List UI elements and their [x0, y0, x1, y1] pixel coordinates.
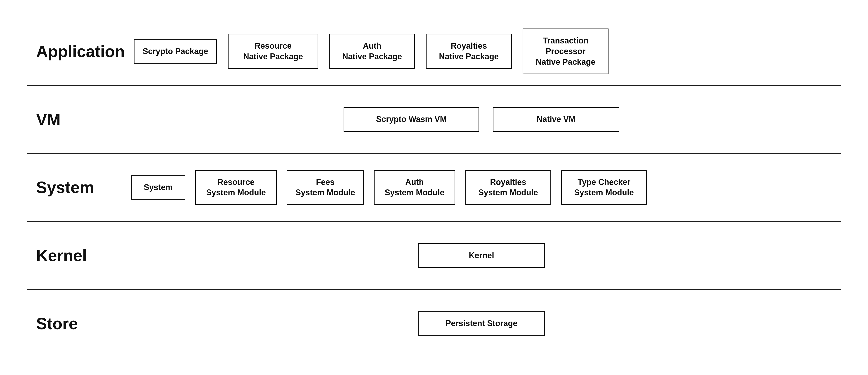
kernel-content: Kernel — [122, 243, 841, 268]
auth-native-box: Auth Native Package — [329, 34, 415, 69]
auth-system-box: Auth System Module — [374, 170, 455, 205]
royalties-system-box: Royalties System Module — [465, 170, 551, 205]
kernel-box: Kernel — [418, 243, 545, 268]
scrypto-wasm-box: Scrypto Wasm VM — [344, 107, 479, 132]
store-content: Persistent Storage — [122, 311, 841, 336]
store-layer: Store Persistent Storage — [27, 290, 841, 357]
scrypto-package-box: Scrypto Package — [134, 39, 217, 64]
type-checker-box: Type Checker System Module — [561, 170, 647, 205]
architecture-diagram: Application Scrypto Package Resource Nat… — [27, 18, 841, 357]
royalties-native-box: Royalties Native Package — [426, 34, 512, 69]
application-content: Scrypto Package Resource Native Package … — [125, 29, 841, 74]
kernel-label: Kernel — [27, 246, 122, 265]
native-vm-box: Native VM — [493, 107, 619, 132]
system-layer: System System Resource System Module Fee… — [27, 154, 841, 221]
vm-content: Scrypto Wasm VM Native VM — [122, 107, 841, 132]
application-label: Application — [27, 42, 125, 61]
system-box: System — [131, 175, 185, 200]
system-label: System — [27, 178, 122, 197]
transaction-processor-box: Transaction Processor Native Package — [523, 29, 609, 74]
store-label: Store — [27, 314, 122, 333]
vm-layer: VM Scrypto Wasm VM Native VM — [27, 86, 841, 153]
persistent-storage-box: Persistent Storage — [418, 311, 545, 336]
resource-native-box: Resource Native Package — [228, 34, 318, 69]
kernel-layer: Kernel Kernel — [27, 222, 841, 289]
system-content: System Resource System Module Fees Syste… — [122, 170, 841, 205]
resource-system-box: Resource System Module — [195, 170, 277, 205]
vm-label: VM — [27, 110, 122, 129]
application-layer: Application Scrypto Package Resource Nat… — [27, 18, 841, 85]
fees-system-box: Fees System Module — [287, 170, 364, 205]
